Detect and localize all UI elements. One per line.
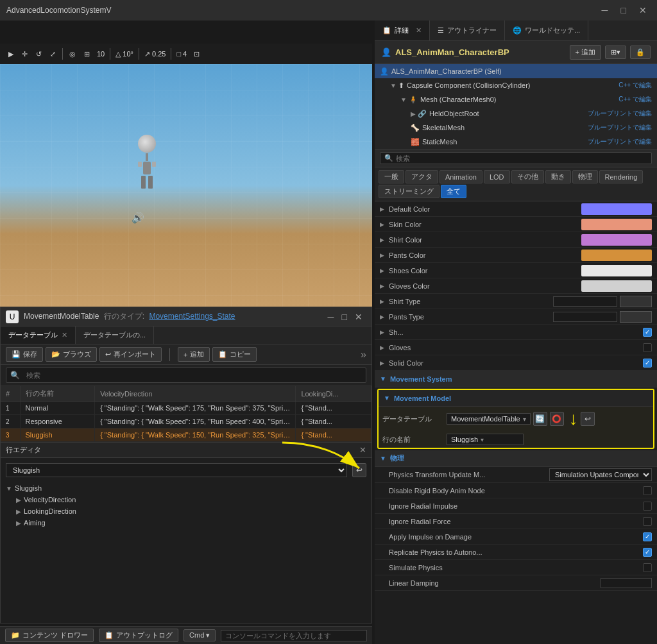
datatable-clear-btn[interactable]: ⭕ xyxy=(550,412,564,426)
pants-type-slider[interactable] xyxy=(620,311,652,323)
rowname-dropdown[interactable]: Sluggish ▾ xyxy=(447,434,524,445)
tab-world-settings[interactable]: 🌐 ワールドセッテ... xyxy=(505,21,588,40)
row-name-dropdown[interactable]: Sluggish xyxy=(6,463,347,477)
window-minimize-btn[interactable]: ─ xyxy=(324,310,338,323)
add-component-button[interactable]: + 追加 xyxy=(570,45,601,60)
replicate-physics-checkbox[interactable]: ✓ xyxy=(643,548,652,557)
vp-scale-tool[interactable]: ⤢ xyxy=(47,49,59,60)
hier-item-staticmesh[interactable]: 🧱 StaticMesh ブループリントで編集 xyxy=(375,135,657,149)
tab-details[interactable]: 📋 詳細 ✕ xyxy=(375,21,430,40)
col-velocity[interactable]: VelocityDirection xyxy=(95,386,296,402)
filter-physics[interactable]: 物理 xyxy=(572,170,598,183)
copy-button[interactable]: 📋 コピー xyxy=(212,347,257,362)
expand-icon[interactable]: » xyxy=(361,349,366,360)
hier-mesh-edit[interactable]: C++ で編集 xyxy=(619,95,652,104)
datatable-reset-btn[interactable]: ↩ xyxy=(581,412,595,426)
filter-general[interactable]: 一般 xyxy=(379,170,404,183)
pants-type-input[interactable]: 2 xyxy=(553,312,617,322)
hier-item-skeletalmesh[interactable]: 🦴 SkeletalMesh ブループリントで編集 xyxy=(375,121,657,135)
row-section-velocity[interactable]: ▶ VelocityDirection xyxy=(6,494,366,505)
sh-checkbox[interactable]: ✓ xyxy=(643,328,652,337)
movement-system-header[interactable]: ▼ Movement System xyxy=(375,371,657,387)
table-row-highlighted[interactable]: 3 Sluggish { "Standing": { "Walk Speed":… xyxy=(1,428,371,442)
save-button[interactable]: 💾 保存 xyxy=(6,347,43,362)
simulate-physics-checkbox[interactable] xyxy=(643,563,652,572)
vp-grid-btn[interactable]: ⊞ xyxy=(81,49,93,60)
filter-actor[interactable]: アクタ xyxy=(405,170,438,183)
filter-rendering[interactable]: Rendering xyxy=(599,170,644,183)
row-section-looking[interactable]: ▶ LookingDirection xyxy=(6,505,366,517)
default-color-swatch[interactable] xyxy=(581,203,652,215)
ignore-radial-force-checkbox[interactable] xyxy=(643,517,652,526)
shoes-color-swatch[interactable] xyxy=(581,265,652,276)
vp-select-tool[interactable]: ▶ xyxy=(5,49,17,60)
row-section-sluggish[interactable]: ▼ Sluggish xyxy=(6,482,366,494)
hier-item-capsule[interactable]: ▼ ⬆ Capsule Component (CollisionCylinder… xyxy=(375,78,657,92)
gloves-color-swatch[interactable] xyxy=(581,280,652,292)
hier-item-self[interactable]: 👤 ALS_AnimMan_CharacterBP (Self) xyxy=(375,64,657,78)
shirt-color-swatch[interactable] xyxy=(581,234,652,246)
table-row[interactable]: 1 Normal { "Standing": { "Walk Speed": 1… xyxy=(1,402,371,415)
vp-rotate-tool[interactable]: ↺ xyxy=(33,49,45,60)
gloves-checkbox[interactable] xyxy=(643,343,652,352)
vp-snap-btn[interactable]: ◎ xyxy=(66,49,79,60)
physics-section-header[interactable]: ▼ 物理 xyxy=(375,450,657,467)
row-editor-close-btn[interactable]: ✕ xyxy=(359,445,366,455)
solid-color-checkbox[interactable]: ✓ xyxy=(643,359,652,368)
col-looking[interactable]: LookingDi... xyxy=(296,386,371,402)
tab-outliner[interactable]: ☰ アウトライナー xyxy=(430,21,505,40)
window-maximize-btn[interactable]: □ xyxy=(338,310,351,323)
table-search-input[interactable] xyxy=(22,369,362,381)
shirt-type-input[interactable]: 2 xyxy=(553,296,617,307)
table-row[interactable]: 2 Responsive { "Standing": { "Walk Speed… xyxy=(1,415,371,428)
tab-details-close[interactable]: ✕ xyxy=(416,26,422,35)
browse-button[interactable]: 📂 ブラウズ xyxy=(46,347,97,362)
viewport-area[interactable]: 🔊 xyxy=(0,64,372,307)
filter-animation[interactable]: Animation xyxy=(439,170,482,183)
physics-transform-dropdown[interactable]: Simulation Upates Component Transfc xyxy=(549,468,652,481)
search-input[interactable] xyxy=(396,155,647,162)
movement-model-subheader[interactable]: ▼ Movement Model xyxy=(379,390,653,407)
layout-button[interactable]: ⊞▾ xyxy=(605,46,626,59)
lock-button[interactable]: 🔒 xyxy=(630,46,651,59)
hier-skeletal-edit[interactable]: ブループリントで編集 xyxy=(588,123,652,132)
col-rowname[interactable]: 行の名前 xyxy=(20,386,95,402)
filter-streaming[interactable]: ストリーミング xyxy=(379,185,439,198)
disable-rigid-checkbox[interactable] xyxy=(643,486,652,495)
pants-color-swatch[interactable] xyxy=(581,250,652,261)
close-button[interactable]: ✕ xyxy=(635,4,651,17)
filter-movement[interactable]: 動き xyxy=(545,170,571,183)
vp-move-tool[interactable]: ✛ xyxy=(19,49,31,60)
filter-other[interactable]: その他 xyxy=(511,170,544,183)
sub-tab-datatable[interactable]: データテーブル ✕ xyxy=(1,326,76,344)
contents-drawer-button[interactable]: 📁 コンテンツ ドロワー xyxy=(5,629,94,642)
hier-item-mesh[interactable]: ▼ 🧍 Mesh (CharacterMesh0) C++ で編集 xyxy=(375,92,657,106)
window-close-btn[interactable]: ✕ xyxy=(351,310,366,323)
skin-color-swatch[interactable] xyxy=(581,219,652,230)
hier-item-heldobjectroot[interactable]: ▶ 🔗 HeldObjectRoot ブループリントで編集 xyxy=(375,106,657,121)
minimize-button[interactable]: ─ xyxy=(598,4,612,17)
sub-tab-datatable-close[interactable]: ✕ xyxy=(62,331,67,339)
hier-capsule-edit[interactable]: C++ で編集 xyxy=(619,81,652,90)
linear-damping-input[interactable]: 0.01 xyxy=(601,578,652,588)
filter-lod[interactable]: LOD xyxy=(484,170,510,183)
add-row-button[interactable]: + 追加 xyxy=(178,347,210,362)
row-name-reset-btn[interactable]: ↩ xyxy=(352,463,366,477)
sub-tab-datatable2[interactable]: データテーブルの... xyxy=(76,326,154,344)
ignore-radial-impulse-checkbox[interactable] xyxy=(643,502,652,511)
maximize-button[interactable]: □ xyxy=(617,4,630,17)
cmd-button[interactable]: Cmd ▾ xyxy=(183,629,216,641)
hier-static-edit[interactable]: ブループリントで編集 xyxy=(588,137,652,146)
vp-extra-btn[interactable]: ⊡ xyxy=(191,49,203,60)
datatable-dropdown[interactable]: MovementModelTable ▾ xyxy=(447,413,531,425)
reimport-button[interactable]: ↩ 再インポート xyxy=(99,347,162,362)
output-log-button[interactable]: 📋 アウトプットログ xyxy=(99,629,178,642)
shirt-type-slider[interactable] xyxy=(620,296,652,307)
console-input[interactable] xyxy=(221,630,367,641)
apply-impulse-checkbox[interactable]: ✓ xyxy=(643,532,652,541)
row-section-aiming[interactable]: ▶ Aiming xyxy=(6,517,366,529)
hier-held-edit[interactable]: ブループリントで編集 xyxy=(588,109,652,118)
datatable-browse-btn[interactable]: 🔄 xyxy=(533,412,547,426)
filter-all[interactable]: 全て xyxy=(441,185,466,198)
hier-capsule-label: Capsule Component (CollisionCylinder) xyxy=(407,81,531,89)
